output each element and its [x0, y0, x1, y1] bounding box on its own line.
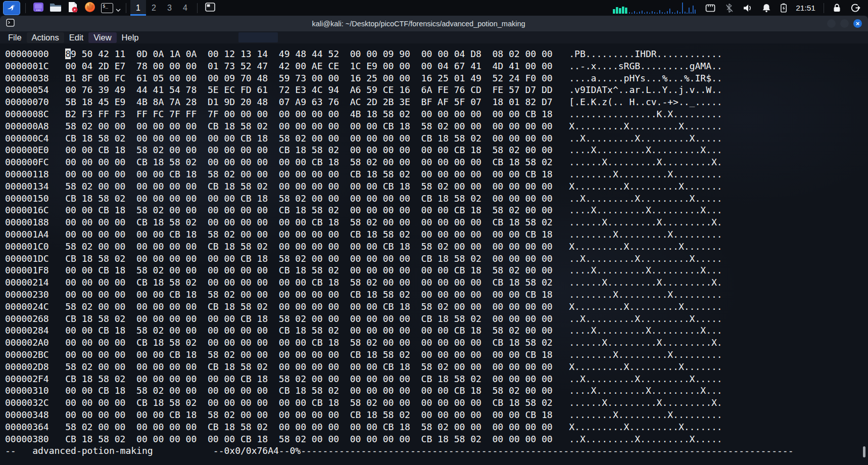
- wallpaper-artifact: [238, 32, 278, 42]
- workspace-2[interactable]: 2: [146, 0, 162, 16]
- kali-menu-button[interactable]: [3, 1, 20, 15]
- window-title: kali@kali: ~/Desktop/picoCTF/forensics/a…: [15, 20, 823, 28]
- window-list-terminal-button[interactable]: [203, 1, 217, 15]
- bluetooth-disabled-icon[interactable]: [725, 3, 734, 13]
- firefox-icon: [84, 2, 95, 15]
- top-panel: $_ 1 2 3 4: [0, 0, 868, 16]
- lock-icon[interactable]: [833, 3, 841, 13]
- workspace-3[interactable]: 3: [162, 0, 177, 16]
- window-terminal-icon: [6, 19, 15, 29]
- workspace-1[interactable]: 1: [130, 0, 146, 16]
- battery-icon[interactable]: [780, 3, 787, 13]
- panel-separator: [824, 3, 824, 13]
- panel-separator: [25, 3, 26, 13]
- window-manager-icon: [33, 2, 44, 15]
- file-manager-launcher[interactable]: [49, 1, 63, 15]
- minimize-button[interactable]: [827, 19, 836, 28]
- panel-left: $_ 1 2 3 4: [0, 0, 219, 16]
- hex-cursor[interactable]: 8: [65, 49, 71, 59]
- window-manager-launcher[interactable]: [31, 1, 45, 15]
- notifications-bell-icon[interactable]: [762, 3, 771, 13]
- menubar: File Actions Edit View Help: [0, 31, 868, 43]
- menu-help[interactable]: Help: [117, 32, 144, 43]
- titlebar[interactable]: kali@kali: ~/Desktop/picoCTF/forensics/a…: [0, 16, 868, 31]
- panel-right: 21:51: [609, 0, 868, 16]
- menu-actions[interactable]: Actions: [27, 32, 64, 43]
- text-editor-launcher[interactable]: [66, 1, 80, 15]
- kali-dragon-icon: [6, 2, 17, 15]
- terminal-window: kali@kali: ~/Desktop/picoCTF/forensics/a…: [0, 16, 868, 465]
- close-icon: ×: [856, 20, 860, 27]
- text-editor-icon: [68, 2, 78, 15]
- menu-edit[interactable]: Edit: [64, 32, 88, 43]
- workspace-switcher: 1 2 3 4: [130, 0, 193, 16]
- maximize-button[interactable]: [840, 19, 849, 28]
- status-bar: -- advanced-potion-making --0x0/0x76A4--…: [5, 445, 794, 456]
- chevron-down-icon[interactable]: [116, 5, 121, 14]
- window-list-terminal-icon: [205, 3, 215, 14]
- terminal-launcher-icon: $_: [101, 3, 113, 13]
- audio-visualizer: [609, 1, 699, 16]
- menu-view[interactable]: View: [88, 32, 116, 43]
- hex-dump[interactable]: 00000000 89 50 42 11 0D 0A 1A 0A 00 12 1…: [0, 43, 868, 457]
- network-icon[interactable]: [705, 4, 715, 13]
- panel-separator: [126, 3, 126, 13]
- desktop: { "panel": { "clock": "21:51", "terminal…: [0, 0, 868, 465]
- terminal-launcher[interactable]: $_: [100, 1, 114, 15]
- panel-separator: [197, 3, 198, 13]
- file-manager-icon: [50, 2, 62, 14]
- firefox-launcher[interactable]: [83, 1, 97, 15]
- volume-icon[interactable]: [743, 4, 753, 13]
- scrollbar-thumb[interactable]: [863, 446, 865, 457]
- workspace-4[interactable]: 4: [177, 0, 193, 16]
- hexedit-terminal[interactable]: 00000000 89 50 42 11 0D 0A 1A 0A 00 12 1…: [0, 43, 868, 465]
- menu-file[interactable]: File: [3, 32, 27, 43]
- clock[interactable]: 21:51: [796, 4, 815, 13]
- logout-icon[interactable]: [850, 3, 860, 13]
- close-button[interactable]: ×: [853, 19, 862, 28]
